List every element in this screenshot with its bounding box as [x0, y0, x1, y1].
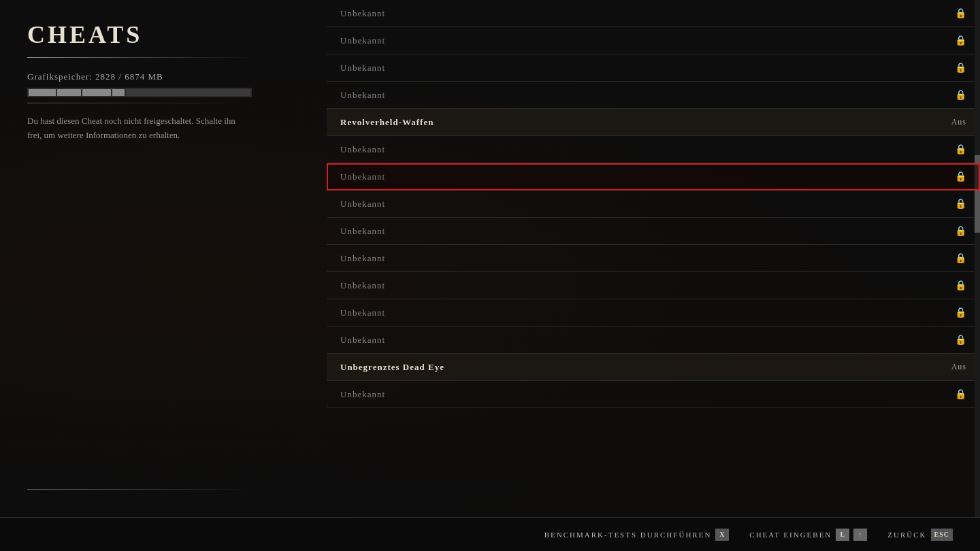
cheat-item-status: 🔒 [955, 280, 966, 291]
secondary-divider [27, 103, 252, 103]
title-divider [27, 57, 252, 58]
memory-info: Grafikspeicher: 2828 / 6874 MB [27, 71, 299, 82]
cheat-item-status: 🔒 [955, 307, 966, 318]
memory-segment-4 [112, 89, 125, 96]
cheat-item-name: Unbekannt [340, 335, 385, 346]
memory-segment-1 [29, 89, 56, 96]
cheat-key2: ↑ [853, 529, 867, 541]
cheat-item-name: Unbekannt [340, 144, 385, 155]
cheat-item-status: Aus [951, 362, 966, 372]
cheat-item-status: 🔒 [955, 35, 966, 46]
cheat-item[interactable]: Unbekannt🔒 [327, 27, 980, 54]
left-panel: Cheats Grafikspeicher: 2828 / 6874 MB Du… [0, 0, 327, 517]
bottom-bar: Benchmark-Tests durchführen X Cheat eing… [0, 517, 980, 551]
bottom-divider [27, 489, 252, 490]
cheat-item-name: Unbekannt [340, 280, 385, 291]
cheat-item-name: Unbekannt [340, 8, 385, 19]
benchmark-label: Benchmark-Tests durchführen [544, 531, 712, 539]
cheat-item-name: Unbekannt [340, 35, 385, 46]
benchmark-action: Benchmark-Tests durchführen X [544, 529, 730, 541]
cheat-item[interactable]: Unbekannt🔒 [327, 272, 980, 299]
cheat-item-name: Unbekannt [340, 226, 385, 237]
cheat-item[interactable]: Unbegrenztes Dead EyeAus [327, 354, 980, 381]
cheat-item[interactable]: Unbekannt🔒 [327, 82, 980, 109]
memory-bar-empty [126, 89, 250, 96]
cheat-list: Unbekannt🔒Unbekannt🔒Unbekannt🔒Unbekannt🔒… [327, 0, 980, 517]
cheat-item[interactable]: Unbekannt🔒 [327, 381, 980, 408]
cheat-item[interactable]: Unbekannt🔒 [327, 54, 980, 82]
cheat-item[interactable]: Unbekannt🔒 [327, 327, 980, 354]
memory-bar [27, 88, 252, 97]
cheat-item-name: Unbekannt [340, 63, 385, 73]
cheat-item-status: 🔒 [955, 225, 966, 237]
memory-segment-2 [57, 89, 81, 96]
back-action: Zurück ESC [887, 529, 953, 541]
cheat-item[interactable]: Unbekannt🔒 [327, 218, 980, 245]
cheat-item-status: 🔒 [955, 171, 966, 182]
cheat-item-status: 🔒 [955, 388, 966, 400]
cheat-item-name: Unbekannt [340, 171, 385, 182]
cheat-item-status: 🔒 [955, 198, 966, 210]
back-key: ESC [931, 529, 953, 541]
memory-segment-3 [82, 89, 111, 96]
cheat-item[interactable]: Unbekannt🔒 [327, 0, 980, 27]
cheat-item-status: 🔒 [955, 62, 966, 73]
cheat-item[interactable]: Unbekannt🔒 [327, 163, 980, 190]
cheat-item-name: Unbekannt [340, 307, 385, 318]
right-panel: Unbekannt🔒Unbekannt🔒Unbekannt🔒Unbekannt🔒… [327, 0, 980, 517]
cheat-item-status: 🔒 [955, 144, 966, 155]
cheat-item[interactable]: Unbekannt🔒 [327, 190, 980, 218]
cheat-enter-action: Cheat eingeben L ↑ [749, 529, 867, 541]
cheat-item-status: 🔒 [955, 252, 966, 264]
cheat-info-text: Du hast diesen Cheat noch nicht freigesc… [27, 114, 245, 143]
cheat-item[interactable]: Unbekannt🔒 [327, 136, 980, 163]
cheat-item-status: 🔒 [955, 334, 966, 346]
cheat-item[interactable]: Unbekannt🔒 [327, 245, 980, 272]
cheat-item[interactable]: Unbekannt🔒 [327, 299, 980, 327]
page-title: Cheats [27, 20, 299, 49]
page-container: Cheats Grafikspeicher: 2828 / 6874 MB Du… [0, 0, 980, 551]
benchmark-key: X [715, 529, 729, 541]
cheat-item-name: Unbekannt [340, 199, 385, 210]
cheat-item-status: Aus [951, 117, 966, 127]
cheat-key1: L [836, 529, 849, 541]
cheat-item-name: Unbegrenztes Dead Eye [340, 362, 444, 373]
cheat-item-name: Unbekannt [340, 253, 385, 264]
cheat-item-status: 🔒 [955, 7, 966, 19]
cheat-item-name: Unbekannt [340, 389, 385, 400]
cheat-item[interactable]: Revolverheld-WaffenAus [327, 109, 980, 136]
main-content: Cheats Grafikspeicher: 2828 / 6874 MB Du… [0, 0, 980, 517]
scrollbar[interactable] [975, 0, 980, 517]
back-label: Zurück [887, 531, 926, 539]
cheat-item-name: Unbekannt [340, 90, 385, 101]
cheat-enter-label: Cheat eingeben [749, 531, 832, 539]
cheat-item-status: 🔒 [955, 89, 966, 101]
cheat-item-name: Revolverheld-Waffen [340, 117, 434, 128]
